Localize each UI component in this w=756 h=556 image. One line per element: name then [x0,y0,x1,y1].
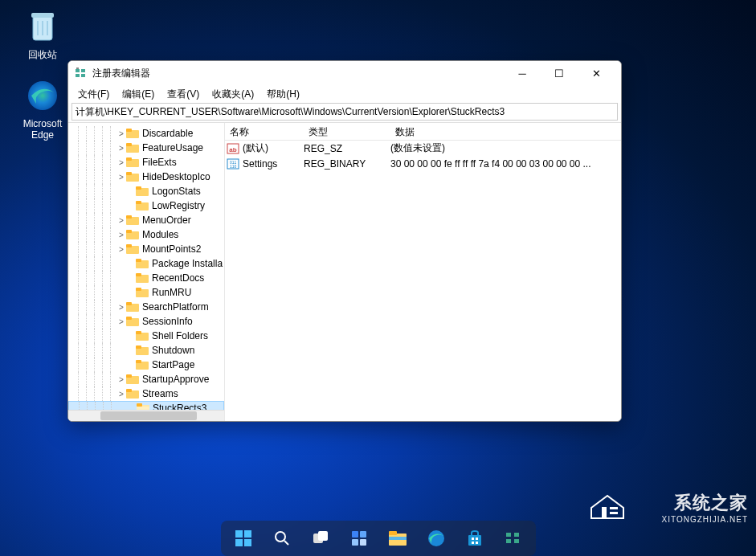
tree-label: Discardable [142,128,193,139]
edge-label: Microsoft Edge [14,118,71,141]
watermark: 系统之家 XITONGZHIJIA.NET [662,491,749,524]
svg-rect-18 [126,172,132,175]
task-regedit[interactable] [497,524,529,553]
tree-label: Shutdown [152,345,194,356]
tree-item-shutdown[interactable]: Shutdown [68,343,224,358]
svg-rect-71 [360,531,366,538]
value-row[interactable]: 011110SettingsREG_BINARY30 00 00 00 fe f… [225,156,621,171]
svg-rect-78 [468,535,481,546]
svg-rect-50 [137,403,142,407]
tree-item-featureusage[interactable]: >FeatureUsage [68,141,224,155]
expander-icon[interactable]: > [116,158,126,167]
menu-file[interactable]: 文件(F) [72,86,116,103]
taskbar[interactable] [0,521,756,556]
menu-edit[interactable]: 编辑(E) [116,86,161,103]
svg-rect-86 [514,539,519,543]
widgets-button[interactable] [343,524,375,553]
svg-rect-85 [514,533,519,537]
tree-hscroll-thumb[interactable] [100,411,197,420]
task-explorer[interactable] [382,524,414,553]
search-button[interactable] [266,524,298,553]
tree-hscroll[interactable] [68,410,224,421]
expander-icon[interactable]: > [116,303,126,312]
expander-icon[interactable]: > [116,216,126,225]
tree-item-startupapprove[interactable]: >StartupApprove [68,372,224,386]
edge-icon [23,76,62,115]
desktop-recycle-bin[interactable]: 回收站 [14,6,71,62]
close-button[interactable]: ✕ [578,61,615,85]
start-button[interactable] [227,524,259,553]
svg-rect-36 [126,302,132,305]
tree-item-recentdocs[interactable]: RecentDocs [68,271,224,285]
tree-label: RecentDocs [152,272,204,284]
svg-rect-8 [81,69,85,72]
svg-rect-64 [235,539,243,546]
menubar: 文件(F) 编辑(E) 查看(V) 收藏夹(A) 帮助(H) [68,85,621,103]
tree-item-streams[interactable]: >Streams [68,386,224,401]
taskview-button[interactable] [304,524,337,553]
expander-icon[interactable]: > [116,390,126,399]
tree-item-startpage[interactable]: StartPage [68,358,224,372]
app-icon [75,67,88,80]
svg-rect-84 [506,539,511,543]
svg-rect-30 [136,259,141,262]
tree-item-hidedesktopico[interactable]: >HideDesktopIco [68,170,224,184]
value-name: (默认) [243,141,304,155]
expander-icon[interactable]: > [116,231,126,239]
titlebar[interactable]: 注册表编辑器 ─ ☐ ✕ [68,61,621,85]
svg-rect-65 [244,539,251,546]
tree-item-runmru[interactable]: RunMRU [68,285,224,300]
tree-label: HideDesktopIco [142,171,210,182]
svg-rect-10 [76,67,79,69]
tree-panel[interactable]: >Discardable>FeatureUsage>FileExts>HideD… [68,123,225,421]
tree-item-modules[interactable]: >Modules [68,227,224,242]
col-name[interactable]: 名称 [225,123,304,140]
tree-label: SessionInfo [142,316,193,327]
expander-icon[interactable]: > [116,375,126,384]
menu-help[interactable]: 帮助(H) [260,86,306,103]
desktop-edge[interactable]: Microsoft Edge [14,76,71,141]
svg-rect-62 [235,530,243,538]
tree-item-searchplatform[interactable]: >SearchPlatform [68,300,224,314]
tree-item-sessioninfo[interactable]: >SessionInfo [68,314,224,329]
svg-rect-69 [318,531,328,541]
expander-icon[interactable]: > [116,173,126,182]
svg-rect-40 [136,331,141,334]
svg-rect-34 [136,288,141,291]
tree-item-menuorder[interactable]: >MenuOrder [68,213,224,227]
tree-item-fileexts[interactable]: >FileExts [68,155,224,170]
address-bar[interactable]: 计算机\HKEY_CURRENT_USER\Software\Microsoft… [72,103,618,121]
tree-label: FileExts [142,157,177,168]
svg-rect-38 [126,317,132,320]
svg-rect-16 [126,157,132,161]
col-data[interactable]: 数据 [390,123,621,140]
value-data: 30 00 00 00 fe ff ff ff 7a f4 00 00 03 0… [390,158,621,170]
address-text: 计算机\HKEY_CURRENT_USER\Software\Microsoft… [76,105,505,119]
tree-label: MountPoints2 [142,243,201,255]
value-type: REG_SZ [304,143,390,154]
value-row[interactable]: ab(默认)REG_SZ(数值未设置) [225,141,621,156]
tree-item-discardable[interactable]: >Discardable [68,126,224,141]
col-type[interactable]: 类型 [304,123,390,140]
svg-rect-63 [244,530,251,538]
task-store[interactable] [459,524,491,553]
expander-icon[interactable]: > [116,129,126,138]
tree-item-package-installa[interactable]: Package Installa [68,256,224,271]
menu-view[interactable]: 查看(V) [161,86,206,103]
svg-rect-48 [126,389,132,392]
menu-favorites[interactable]: 收藏夹(A) [206,86,260,103]
minimize-button[interactable]: ─ [504,61,541,85]
expander-icon[interactable]: > [116,317,126,326]
expander-icon[interactable]: > [116,245,126,254]
tree-item-shell-folders[interactable]: Shell Folders [68,329,224,343]
task-edge[interactable] [420,524,452,553]
tree-item-logonstats[interactable]: LogonStats [68,184,224,198]
value-list-panel[interactable]: 名称 类型 数据 ab(默认)REG_SZ(数值未设置)011110Settin… [225,123,621,421]
svg-rect-9 [81,74,85,77]
maximize-button[interactable]: ☐ [541,61,578,85]
svg-rect-59 [602,507,607,518]
tree-item-lowregistry[interactable]: LowRegistry [68,198,224,213]
expander-icon[interactable]: > [116,144,126,153]
svg-rect-42 [136,345,141,349]
tree-item-mountpoints2[interactable]: >MountPoints2 [68,242,224,256]
